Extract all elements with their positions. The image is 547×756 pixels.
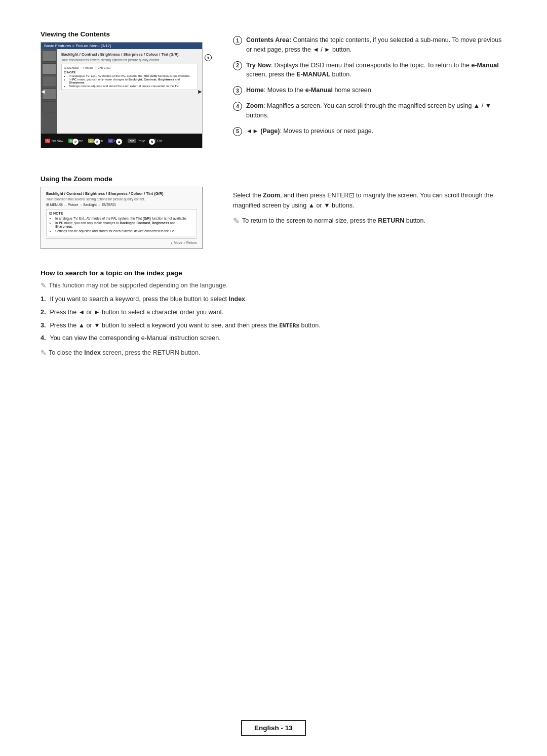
index-step-4: 4. You can view the corresponding e-Manu… — [41, 333, 506, 343]
tv-note-list: In analogue TV, Ext., AV modes of the PA… — [64, 74, 196, 88]
tv-screen-viewing: Basic Features > Picture Menu (3/17) — [41, 42, 203, 148]
viewing-callout-list: 1 Contents Area: Contains the topic cont… — [233, 35, 506, 136]
callout-item-1: 1 Contents Area: Contains the topic cont… — [233, 35, 506, 55]
section-heading-zoom: Using the Zoom mode — [41, 175, 213, 183]
callout-4: 4 — [115, 138, 123, 145]
tv-screen-header: Basic Features > Picture Menu (3/17) — [41, 43, 202, 49]
zoom-bottom-bar: ⬧ Move ↺ Return — [46, 238, 197, 244]
page-footer-badge: English - 13 — [241, 720, 306, 736]
tv-note-title: ⊡ NOTE — [64, 70, 196, 74]
index-step-3: 3. Press the ▲ or ▼ button to select a k… — [41, 321, 506, 330]
index-steps-list: 1. If you want to search a keyword, pres… — [41, 295, 506, 343]
index-note-top: ✎ This function may not be supported dep… — [41, 282, 506, 289]
callout-5: 5 — [148, 138, 155, 145]
zoom-right-text: Select the Zoom, and then press ENTER⊡ t… — [233, 190, 506, 228]
zoom-doc-subtitle: Your television has several setting opti… — [46, 197, 197, 201]
callout-2: 2 — [72, 138, 79, 145]
index-note-bottom: ✎ To close the Index screen, press the R… — [41, 349, 506, 357]
zoom-doc-title: Backlight / Contrast / Brightness / Shar… — [46, 191, 197, 196]
zoom-note-list: In analogue TV, Ext., AV modes of the PA… — [49, 217, 194, 233]
zoom-note-label: ⊡ NOTE — [49, 212, 194, 216]
section-heading-index: How to search for a topic on the index p… — [41, 269, 506, 277]
callout-item-2: 2 Try Now: Displays the OSD menu that co… — [233, 61, 506, 80]
index-step-2: 2. Press the ◄ or ► button to select a c… — [41, 308, 506, 317]
callout-3: 3 — [94, 138, 101, 145]
zoom-menu-line: ⊞ MENU⊞ → Picture → Backlight → ENTER⊡ — [46, 203, 197, 207]
callout-item-4: 4 Zoom: Magnifies a screen. You can scro… — [233, 101, 506, 120]
index-section: How to search for a topic on the index p… — [41, 269, 506, 357]
tv-doc-title: Backlight / Contrast / Brightness / Shar… — [61, 52, 198, 57]
zoom-mode-box: Backlight / Contrast / Brightness / Shar… — [41, 187, 203, 249]
section-heading-viewing: Viewing the Contents — [41, 30, 213, 38]
tv-menu-line: MENU⊞ → Picture → ENTER⊡ — [67, 66, 110, 69]
callout-item-5: 5 ◄► (Page): Moves to previous or next p… — [233, 127, 506, 136]
index-step-1: 1. If you want to search a keyword, pres… — [41, 295, 506, 304]
callout-1: 1 — [205, 54, 212, 61]
tv-doc-subtitle: Your television has several setting opti… — [61, 58, 198, 62]
callout-item-3: 3 Home: Moves to the e-Manual home scree… — [233, 86, 506, 95]
